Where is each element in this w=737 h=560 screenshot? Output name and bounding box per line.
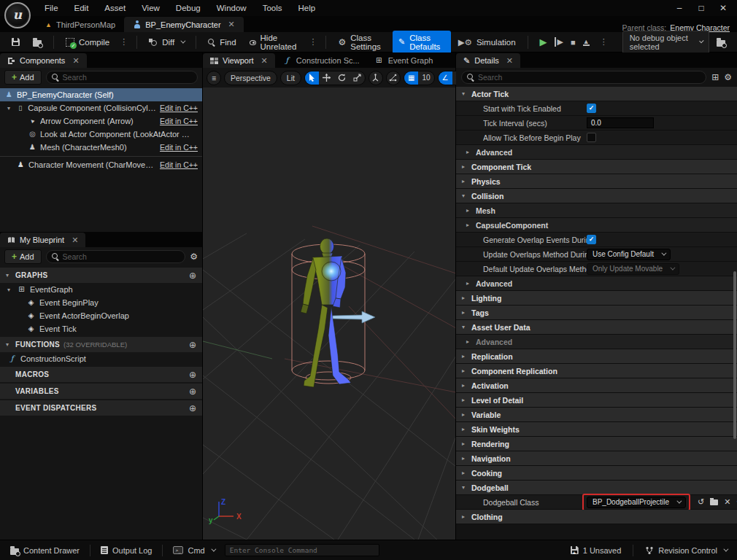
details-row[interactable]: Variable (456, 408, 737, 422)
edit-in-cpp-link[interactable]: Edit in C++ (160, 104, 199, 112)
tab-close-icon[interactable]: ✕ (228, 20, 235, 29)
viewport-3d[interactable]: Z X y (203, 88, 455, 540)
details-row[interactable]: Allow Tick Before Begin Play (456, 131, 737, 145)
checkbox-checked[interactable]: ✓ (587, 104, 596, 113)
maximize-button[interactable]: □ (692, 1, 711, 15)
details-row[interactable]: Rendering (456, 437, 737, 451)
add-section-item-icon[interactable]: ⊕ (189, 271, 196, 281)
class-picker-dropdown[interactable]: BP_DodgeballProjectile (587, 497, 686, 508)
panel-close-icon[interactable]: ✕ (72, 236, 78, 245)
details-row[interactable]: Skin Weights (456, 422, 737, 437)
component-row[interactable]: ▾ Arrow Component (Arrow) Edit in C++ (0, 114, 202, 128)
checkbox-checked[interactable]: ✓ (587, 235, 596, 244)
component-row[interactable]: ▾ BP_EnemyCharacter (Self) (0, 88, 202, 101)
components-search-input[interactable] (63, 73, 192, 82)
tab-event-graph[interactable]: Event Graph (367, 53, 441, 68)
menu-debug[interactable]: Debug (168, 1, 209, 15)
panel-close-icon[interactable]: ✕ (506, 56, 513, 66)
details-row[interactable]: Lighting (456, 291, 737, 306)
edit-in-cpp-link[interactable]: Edit in C++ (160, 117, 199, 125)
blueprint-item[interactable]: ▾ Event ActorBeginOverlap (0, 309, 202, 322)
component-row[interactable]: ▾ Mesh (CharacterMesh0) Edit in C++ (0, 141, 202, 154)
debug-object-dropdown[interactable]: No debug object selected (622, 31, 709, 54)
tab-bp-enemycharacter[interactable]: BP_EnemyCharacter ✕ (124, 17, 244, 32)
class-settings-button[interactable]: ⚙ Class Settings (332, 31, 390, 54)
stop-button[interactable]: ■ (571, 38, 576, 47)
edit-in-cpp-link[interactable]: Edit in C++ (160, 143, 199, 152)
component-row[interactable]: ▾ Look at Actor Component (LookAtActor C… (0, 128, 202, 141)
blueprint-section-header[interactable]: VARIABLES ⊕ (0, 384, 202, 399)
frame-skip-button[interactable]: ▶ (555, 37, 563, 47)
menu-window[interactable]: Window (209, 1, 255, 15)
content-drawer-button[interactable]: Content Drawer (6, 546, 84, 555)
use-selected-asset-icon[interactable]: ↺ (698, 497, 704, 507)
blueprint-item[interactable]: ▾ EventGraph (0, 283, 202, 296)
blueprint-section-header[interactable]: EVENT DISPATCHERS ⊕ (0, 400, 202, 416)
details-row[interactable]: Replication (456, 349, 737, 364)
local-gizmo-button[interactable] (386, 71, 401, 85)
details-row[interactable]: Navigation (456, 451, 737, 466)
add-component-button[interactable]: + Add (4, 70, 42, 85)
enemy-character-mesh[interactable] (301, 238, 351, 387)
details-row[interactable]: Advanced (456, 335, 737, 349)
details-row[interactable]: Tick Interval (secs) 0.0 (456, 116, 737, 131)
rotate-tool-button[interactable] (334, 71, 350, 85)
blueprint-section-header[interactable]: ▾ GRAPHS ⊕ (0, 268, 202, 283)
tab-construction-script[interactable]: Construction Sc... (275, 53, 367, 68)
minimize-button[interactable]: – (670, 1, 689, 15)
menu-edit[interactable]: Edit (66, 1, 97, 15)
blueprint-item[interactable]: ▾ ConstructionScript (0, 352, 202, 365)
diff-button[interactable]: Diff (143, 35, 190, 50)
details-row[interactable]: Component Replication (456, 364, 737, 378)
scale-tool-button[interactable] (350, 71, 365, 85)
move-tool-button[interactable] (319, 71, 334, 85)
play-button[interactable]: ▶ (540, 36, 547, 47)
blueprint-section-header[interactable]: MACROS ⊕ (0, 367, 202, 382)
menu-tools[interactable]: Tools (255, 1, 290, 15)
details-row[interactable]: Asset User Data (456, 320, 737, 335)
add-section-item-icon[interactable]: ⊕ (189, 386, 196, 397)
details-row[interactable]: Collision (456, 189, 737, 203)
lit-dropdown[interactable]: Lit (280, 71, 301, 85)
cmd-dropdown[interactable]: >_ Cmd (169, 546, 218, 555)
menu-file[interactable]: File (36, 1, 66, 15)
output-log-button[interactable]: Output Log (96, 546, 156, 555)
details-row[interactable]: Mesh (456, 203, 737, 218)
blueprint-section-header[interactable]: ▾ FUNCTIONS (32 OVERRIDABLE) ⊕ (0, 337, 202, 352)
settings-gear-icon[interactable]: ⚙ (724, 72, 732, 82)
hide-unrelated-button[interactable]: Hide Unrelated (244, 31, 305, 54)
details-row[interactable]: Cooking (456, 466, 737, 481)
grid-snap-value[interactable]: 10 (418, 71, 433, 85)
save-button[interactable] (6, 35, 26, 49)
forward-arrow[interactable] (333, 311, 375, 323)
value-dropdown[interactable]: Use Config Default (587, 249, 671, 260)
expander-icon[interactable]: ▾ (7, 105, 12, 112)
tab-my-blueprint[interactable]: My Blueprint ✕ (0, 233, 85, 247)
details-search-input[interactable] (478, 73, 701, 82)
details-row[interactable]: CapsuleComponent (456, 218, 737, 233)
tab-thirdpersonmap[interactable]: ▲ ThirdPersonMap (36, 17, 124, 32)
debug-browse-button[interactable] (711, 35, 731, 50)
find-button[interactable]: Find (202, 35, 242, 50)
add-blueprint-item-button[interactable]: + Add (4, 249, 42, 264)
unreal-logo-icon[interactable]: u (4, 2, 31, 28)
details-row[interactable]: Start with Tick Enabled ✓ (456, 101, 737, 116)
details-row[interactable]: Clothing (456, 510, 737, 524)
panel-close-icon[interactable]: ✕ (72, 56, 79, 66)
simulation-button[interactable]: ▶⚙ Simulation (452, 34, 522, 50)
details-row[interactable]: Update Overlaps Method During L... Use C… (456, 247, 737, 262)
tab-components[interactable]: Components ✕ (0, 53, 87, 68)
details-row[interactable]: Default Update Overlaps Method... Only U… (456, 262, 737, 276)
details-row[interactable]: Generate Overlap Events During L... ✓ (456, 233, 737, 247)
details-row[interactable]: Advanced (456, 145, 737, 160)
panel-close-icon[interactable]: ✕ (261, 56, 268, 66)
details-row[interactable]: Physics (456, 174, 737, 189)
clear-icon[interactable]: ✕ (724, 497, 730, 507)
menu-asset[interactable]: Asset (96, 1, 134, 15)
close-button[interactable]: ✕ (714, 1, 733, 15)
console-command-input[interactable] (225, 544, 379, 556)
details-row[interactable]: Activation (456, 378, 737, 393)
menu-view[interactable]: View (134, 1, 168, 15)
tab-details[interactable]: ✎ Details ✕ (456, 53, 520, 68)
details-row[interactable]: Dodgeball Class BP_DodgeballProjectile ↺… (456, 495, 737, 510)
